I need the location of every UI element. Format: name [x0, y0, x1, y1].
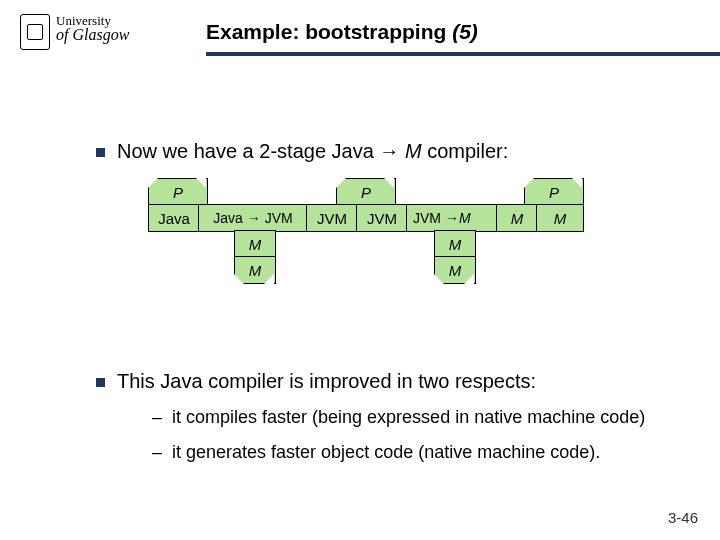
notch-m2-br [464, 274, 474, 284]
notch-m1-br [264, 274, 274, 284]
jvm-box-1: JVM [306, 204, 358, 232]
m-box-right: M [536, 204, 584, 232]
bullet-2: This Java compiler is improved in two re… [96, 370, 660, 393]
notch-m2-bl [434, 274, 444, 284]
notch-p3-l [524, 178, 534, 188]
university-logo: University of Glasgow [20, 14, 129, 50]
b1-part-b: compiler: [422, 140, 509, 162]
sub-bullet-1: – it compiles faster (being expressed in… [152, 407, 660, 428]
notch-p3-r [572, 178, 582, 188]
jvm-to-m-m: M [459, 210, 471, 226]
t-diagram: P P P Java Java → JVM JVM JVM JVM → M M … [148, 178, 608, 348]
bullet-square-icon [96, 148, 105, 157]
b1-m: M [405, 140, 422, 162]
sub-1-text: it compiles faster (being expressed in n… [172, 407, 660, 428]
logo-crest-icon [20, 14, 50, 50]
title-prefix: Example: bootstrapping [206, 20, 452, 43]
logo-line2: of Glasgow [56, 27, 129, 43]
notch-p1-l [148, 178, 158, 188]
page-number: 3-46 [668, 509, 698, 526]
title-suffix: (5) [452, 20, 478, 43]
sub-2-text: it generates faster object code (native … [172, 442, 660, 463]
m-stem-2a: M [434, 230, 476, 258]
bullet-1-text: Now we have a 2-stage Java → M compiler: [117, 140, 660, 163]
bullet-square-icon [96, 378, 105, 387]
b1-part-a: Now we have a 2-stage Java → [117, 140, 405, 162]
java-to-jvm-box: Java → JVM [198, 204, 308, 232]
jvm-to-m-label: JVM → [413, 210, 459, 226]
m-box-top: M [496, 204, 538, 232]
notch-p2-r [384, 178, 394, 188]
dash-icon: – [152, 407, 162, 428]
slide-title: Example: bootstrapping (5) [206, 20, 478, 44]
notch-p2-l [336, 178, 346, 188]
body-area-2: This Java compiler is improved in two re… [96, 370, 660, 477]
logo-text: University of Glasgow [56, 14, 129, 43]
dash-icon: – [152, 442, 162, 463]
notch-p1-r [196, 178, 206, 188]
sub-bullet-2: – it generates faster object code (nativ… [152, 442, 660, 463]
title-underline [206, 52, 720, 56]
m-stem-1a: M [234, 230, 276, 258]
body-area: Now we have a 2-stage Java → M compiler: [96, 140, 660, 177]
bullet-1: Now we have a 2-stage Java → M compiler: [96, 140, 660, 163]
jvm-to-m-box: JVM → M [406, 204, 504, 232]
bullet-2-text: This Java compiler is improved in two re… [117, 370, 660, 393]
notch-m1-bl [234, 274, 244, 284]
jvm-box-2: JVM [356, 204, 408, 232]
java-box: Java [148, 204, 200, 232]
